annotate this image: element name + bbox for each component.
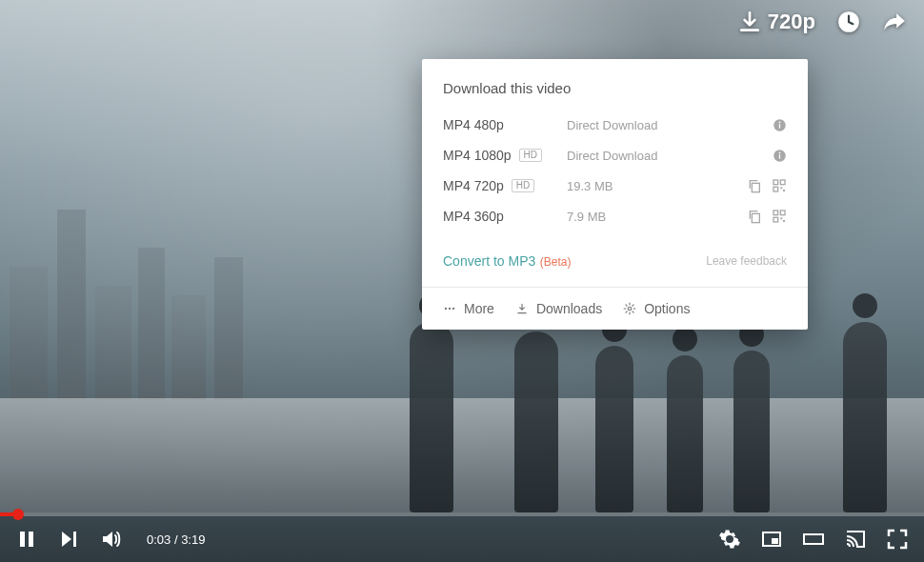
download-info: 19.3 MB xyxy=(567,179,747,193)
downloads-label: Downloads xyxy=(536,301,602,316)
download-row[interactable]: MP4 1080pHDDirect Download xyxy=(422,140,808,171)
qr-icon[interactable] xyxy=(772,209,787,224)
svg-rect-17 xyxy=(780,217,782,219)
cast-button[interactable] xyxy=(844,528,867,551)
ellipsis-icon xyxy=(443,302,456,315)
download-quality-button[interactable]: 720p xyxy=(737,10,815,34)
download-quality-label: 720p xyxy=(768,10,815,34)
miniplayer-button[interactable] xyxy=(760,528,783,551)
svg-rect-13 xyxy=(752,213,759,222)
download-info: Direct Download xyxy=(567,149,773,163)
svg-rect-14 xyxy=(773,211,778,215)
download-row[interactable]: MP4 480pDirect Download xyxy=(422,110,808,140)
share-button[interactable] xyxy=(882,10,907,34)
gear-icon xyxy=(623,302,636,315)
svg-point-3 xyxy=(779,121,781,123)
svg-rect-7 xyxy=(752,183,759,191)
info-icon[interactable] xyxy=(773,118,787,132)
volume-button[interactable] xyxy=(99,528,122,551)
info-icon[interactable] xyxy=(773,149,787,163)
row-icons xyxy=(773,118,787,132)
download-row[interactable]: MP4 360p7.9 MB xyxy=(422,201,808,231)
svg-point-19 xyxy=(445,308,447,310)
convert-row: Convert to MP3 (Beta) Leave feedback xyxy=(422,231,808,287)
next-button[interactable] xyxy=(57,528,80,551)
svg-rect-16 xyxy=(773,217,778,222)
svg-point-22 xyxy=(628,307,632,311)
download-arrow-icon xyxy=(737,10,762,34)
pause-button[interactable] xyxy=(15,528,38,551)
format-label: MP4 480p xyxy=(443,117,504,132)
svg-rect-2 xyxy=(779,124,780,128)
svg-rect-12 xyxy=(783,190,785,191)
row-icons xyxy=(773,149,787,163)
svg-point-21 xyxy=(452,308,454,310)
copy-icon[interactable] xyxy=(747,178,762,193)
svg-rect-15 xyxy=(780,211,785,215)
row-icons xyxy=(747,178,787,193)
format-label: MP4 720p xyxy=(443,178,504,193)
settings-button[interactable] xyxy=(718,528,741,551)
theater-button[interactable] xyxy=(802,528,825,551)
popup-footer: More Downloads Options xyxy=(422,287,808,330)
svg-rect-8 xyxy=(773,180,778,185)
svg-rect-24 xyxy=(29,532,33,547)
svg-rect-28 xyxy=(804,534,823,544)
download-popup: Download this video MP4 480pDirect Downl… xyxy=(422,59,808,330)
more-label: More xyxy=(464,301,494,316)
downloads-button[interactable]: Downloads xyxy=(515,301,602,316)
svg-rect-10 xyxy=(773,187,778,191)
svg-rect-9 xyxy=(780,180,785,185)
svg-point-6 xyxy=(779,151,781,153)
download-row[interactable]: MP4 720pHD19.3 MB xyxy=(422,171,808,201)
format-label: MP4 360p xyxy=(443,209,504,224)
clock-icon xyxy=(836,10,861,34)
hd-badge: HD xyxy=(519,149,542,162)
player-controls: 0:03 / 3:19 xyxy=(0,516,924,562)
top-right-controls: 720p xyxy=(737,10,907,34)
convert-mp3-link[interactable]: Convert to MP3 xyxy=(443,253,535,269)
row-icons xyxy=(747,209,787,224)
popup-title: Download this video xyxy=(422,80,808,110)
download-info: Direct Download xyxy=(567,118,773,132)
video-player: 720p Download this video MP4 480pDirect … xyxy=(0,0,924,562)
svg-rect-25 xyxy=(73,532,76,547)
qr-icon[interactable] xyxy=(772,178,787,193)
leave-feedback-link[interactable]: Leave feedback xyxy=(706,254,787,268)
format-label: MP4 1080p xyxy=(443,148,512,163)
share-icon xyxy=(882,10,907,34)
more-button[interactable]: More xyxy=(443,301,494,316)
svg-rect-18 xyxy=(783,220,785,222)
decor-skyline xyxy=(0,210,286,400)
svg-rect-11 xyxy=(780,187,782,189)
beta-label: (Beta) xyxy=(540,255,572,269)
options-label: Options xyxy=(644,301,690,316)
time-display: 0:03 / 3:19 xyxy=(147,532,205,547)
hd-badge: HD xyxy=(512,179,534,192)
svg-rect-27 xyxy=(772,538,778,544)
svg-rect-5 xyxy=(779,154,780,158)
svg-point-20 xyxy=(449,308,451,310)
options-button[interactable]: Options xyxy=(623,301,690,316)
download-info: 7.9 MB xyxy=(567,210,747,224)
copy-icon[interactable] xyxy=(747,209,762,224)
decor-ground xyxy=(0,398,924,512)
svg-rect-23 xyxy=(20,532,25,547)
download-small-icon xyxy=(515,302,529,315)
fullscreen-button[interactable] xyxy=(886,528,909,551)
watch-later-button[interactable] xyxy=(836,10,861,34)
